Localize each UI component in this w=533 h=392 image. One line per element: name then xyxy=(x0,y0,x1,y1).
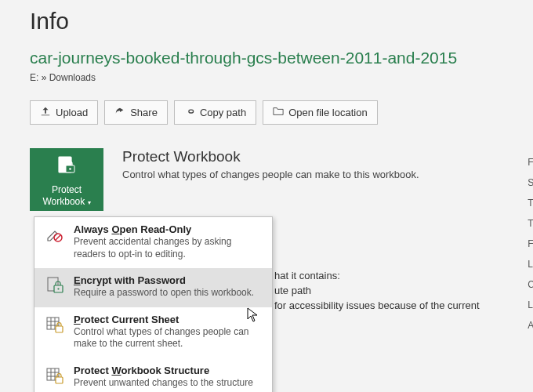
open-location-button[interactable]: Open file location xyxy=(263,100,377,125)
protect-dropdown: Always Open Read-Only Prevent accidental… xyxy=(34,216,273,392)
menu-title: Protect Workbook Structure xyxy=(74,365,253,376)
open-location-label: Open file location xyxy=(288,107,367,118)
lock-doc-icon xyxy=(57,155,76,184)
menu-desc: Require a password to open this workbook… xyxy=(74,287,254,299)
upload-button[interactable]: Upload xyxy=(30,100,98,125)
bg-text-2: ute path xyxy=(274,285,311,296)
menu-title: Protect Current Sheet xyxy=(74,314,264,325)
lock-doc-icon xyxy=(44,276,66,299)
protect-desc: Control what types of changes people can… xyxy=(122,169,419,180)
sheet-lock-icon xyxy=(44,315,66,350)
file-name: car-journeys-booked-through-gcs-between-… xyxy=(30,49,533,67)
link-icon xyxy=(184,106,195,119)
action-row: Upload Share Copy path Open file locatio… xyxy=(30,100,533,125)
share-label: Share xyxy=(130,107,158,118)
copy-path-label: Copy path xyxy=(200,107,246,118)
svg-rect-20 xyxy=(56,377,63,383)
menu-desc: Control what types of changes people can… xyxy=(74,326,264,350)
workbook-lock-icon xyxy=(44,366,66,390)
svg-line-5 xyxy=(56,235,61,241)
menu-protect-workbook-structure[interactable]: Protect Workbook Structure Prevent unwan… xyxy=(34,358,272,392)
pencil-prohibit-icon xyxy=(44,225,66,260)
share-icon xyxy=(114,106,125,119)
page-title: Info xyxy=(30,8,533,34)
protect-line2: Workbook ▾ xyxy=(42,196,90,209)
svg-point-8 xyxy=(57,289,59,290)
upload-icon xyxy=(40,106,51,119)
menu-protect-current-sheet[interactable]: Protect Current Sheet Control what types… xyxy=(34,307,272,358)
right-strip: FSTTFLCLA xyxy=(528,157,533,340)
svg-rect-14 xyxy=(56,326,63,332)
menu-encrypt-with-password[interactable]: Encrypt with Password Require a password… xyxy=(34,268,272,307)
share-button[interactable]: Share xyxy=(104,100,168,125)
protect-heading: Protect Workbook xyxy=(122,148,419,165)
folder-icon xyxy=(273,106,284,119)
breadcrumb: E: » Downloads xyxy=(30,72,533,83)
menu-title: Encrypt with Password xyxy=(74,274,254,286)
menu-desc: Prevent unwanted changes to the structur… xyxy=(74,377,253,390)
bg-text-1: hat it contains: xyxy=(274,270,340,281)
menu-title: Always Open Read-Only xyxy=(74,223,264,235)
protect-line1: Protect xyxy=(52,184,82,197)
menu-desc: Prevent accidental changes by asking rea… xyxy=(74,236,264,260)
svg-point-3 xyxy=(69,168,71,170)
protect-workbook-button[interactable]: Protect Workbook ▾ xyxy=(30,148,103,211)
upload-label: Upload xyxy=(56,107,88,118)
menu-always-open-read-only[interactable]: Always Open Read-Only Prevent accidental… xyxy=(34,217,272,268)
copy-path-button[interactable]: Copy path xyxy=(174,100,256,125)
bg-text-3: for accessibility issues because of the … xyxy=(274,299,480,311)
